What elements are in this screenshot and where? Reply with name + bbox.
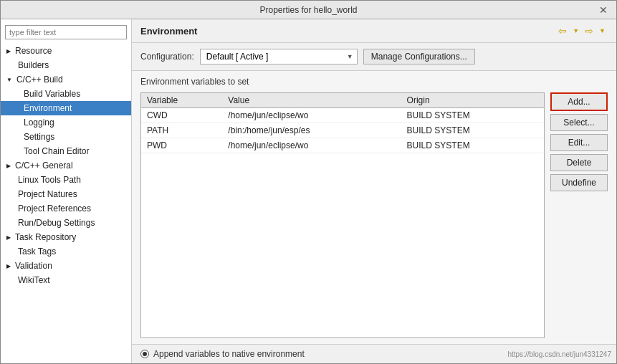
sidebar-item-label: Logging — [24, 118, 54, 128]
sidebar-item-label: Settings — [24, 132, 54, 142]
sidebar-item-label: Tool Chain Editor — [24, 146, 89, 156]
main-window: Properties for hello_world ✕ ▶ResourceBu… — [0, 0, 617, 364]
env-section: Environment variables to set VariableVal… — [132, 71, 616, 344]
cell-variable: PWD — [141, 138, 222, 153]
cell-origin: BUILD SYSTEM — [401, 108, 544, 123]
table-row[interactable]: CWD/home/jun/eclipse/woBUILD SYSTEM — [141, 108, 544, 123]
sidebar-item-resource[interactable]: ▶Resource — [1, 44, 131, 58]
sidebar-item-project-references[interactable]: Project References — [1, 201, 131, 216]
manage-configurations-button[interactable]: Manage Configurations... — [363, 49, 475, 64]
sidebar-item-tool-chain-editor[interactable]: Tool Chain Editor — [1, 144, 131, 158]
sidebar: ▶ResourceBuilders▼C/C++ BuildBuild Varia… — [1, 19, 132, 363]
footer-row: Append variables to native environment — [132, 344, 616, 363]
sidebar-item-label: Project References — [18, 203, 91, 214]
env-table: VariableValueOrigin CWD/home/jun/eclipse… — [141, 93, 544, 153]
edit-button[interactable]: Edit... — [550, 134, 608, 151]
sidebar-item-label: Build Variables — [24, 89, 80, 99]
table-row[interactable]: PATH/bin:/home/jun/esp/esBUILD SYSTEM — [141, 123, 544, 138]
cell-origin: BUILD SYSTEM — [401, 123, 544, 138]
sidebar-item-environment[interactable]: Environment — [1, 101, 131, 115]
radio-button[interactable] — [140, 350, 149, 358]
sidebar-item-label: Task Tags — [18, 246, 56, 257]
cell-value: /home/jun/eclipse/wo — [222, 138, 401, 153]
nav-forward-dropdown[interactable]: ▼ — [597, 26, 608, 36]
delete-button[interactable]: Delete — [550, 154, 608, 171]
cell-value: /home/jun/eclipse/wo — [222, 108, 401, 123]
arrow-icon: ▼ — [6, 77, 12, 83]
config-select[interactable]: Default [ Active ] — [200, 49, 358, 64]
sidebar-item-cpp-build[interactable]: ▼C/C++ Build — [1, 72, 131, 87]
sidebar-item-cpp-general[interactable]: ▶C/C++ General — [1, 158, 131, 173]
cell-variable: CWD — [141, 108, 222, 123]
col-header-value: Value — [222, 93, 401, 108]
sidebar-item-builders[interactable]: Builders — [1, 58, 131, 72]
panel-title: Environment — [140, 26, 197, 37]
config-select-wrap: Default [ Active ] — [200, 49, 358, 64]
nav-back-button[interactable]: ⇦ — [556, 24, 569, 38]
sidebar-item-label: Environment — [24, 103, 72, 113]
select-button[interactable]: Select... — [550, 114, 608, 131]
env-section-title: Environment variables to set — [140, 77, 608, 87]
title-bar: Properties for hello_world ✕ — [1, 1, 616, 19]
cell-origin: BUILD SYSTEM — [401, 138, 544, 153]
config-label: Configuration: — [140, 52, 194, 62]
sidebar-item-task-repository[interactable]: ▶Task Repository — [1, 230, 131, 244]
sidebar-item-wikitext[interactable]: WikiText — [1, 273, 131, 287]
undefine-button[interactable]: Undefine — [550, 174, 608, 191]
table-row[interactable]: PWD/home/jun/eclipse/woBUILD SYSTEM — [141, 138, 544, 153]
content-area: ▶ResourceBuilders▼C/C++ BuildBuild Varia… — [1, 19, 616, 363]
cell-variable: PATH — [141, 123, 222, 138]
action-buttons: Add... Select... Edit... Delete Undefine — [550, 92, 608, 338]
env-table-area: VariableValueOrigin CWD/home/jun/eclipse… — [140, 92, 608, 338]
radio-dot — [143, 352, 147, 356]
sidebar-item-task-tags[interactable]: Task Tags — [1, 244, 131, 259]
nav-back-dropdown[interactable]: ▼ — [570, 26, 581, 36]
col-header-variable: Variable — [141, 93, 222, 108]
arrow-icon: ▶ — [6, 234, 11, 241]
main-header: Environment ⇦ ▼ ⇨ ▼ — [132, 19, 616, 43]
window-title: Properties for hello_world — [21, 5, 596, 15]
sidebar-item-label: Run/Debug Settings — [18, 218, 95, 228]
cell-value: /bin:/home/jun/esp/es — [222, 123, 401, 138]
sidebar-item-label: Task Repository — [15, 232, 76, 242]
arrow-icon: ▶ — [6, 48, 11, 54]
arrow-icon: ▶ — [6, 263, 11, 269]
sidebar-item-label: C/C++ General — [15, 161, 73, 171]
sidebar-item-label: Validation — [15, 261, 52, 271]
filter-input[interactable] — [5, 25, 127, 39]
add-button[interactable]: Add... — [550, 92, 608, 111]
main-panel: Environment ⇦ ▼ ⇨ ▼ Configuration: Defau… — [132, 19, 616, 363]
sidebar-item-label: C/C++ Build — [16, 75, 63, 85]
sidebar-item-run-debug-settings[interactable]: Run/Debug Settings — [1, 216, 131, 230]
sidebar-item-label: WikiText — [18, 275, 50, 285]
arrow-icon: ▶ — [6, 163, 11, 169]
sidebar-item-settings[interactable]: Settings — [1, 130, 131, 144]
sidebar-item-label: Resource — [15, 46, 52, 56]
sidebar-item-validation[interactable]: ▶Validation — [1, 259, 131, 273]
col-header-origin: Origin — [401, 93, 544, 108]
header-icons: ⇦ ▼ ⇨ ▼ — [556, 24, 608, 38]
close-button[interactable]: ✕ — [596, 4, 611, 16]
sidebar-item-label: Linux Tools Path — [18, 175, 81, 185]
footer-label: Append variables to native environment — [153, 349, 305, 359]
sidebar-item-build-variables[interactable]: Build Variables — [1, 87, 131, 101]
sidebar-item-linux-tools-path[interactable]: Linux Tools Path — [1, 173, 131, 187]
sidebar-item-label: Builders — [18, 60, 49, 70]
sidebar-item-logging[interactable]: Logging — [1, 115, 131, 130]
sidebar-item-label: Project Natures — [18, 189, 77, 199]
nav-forward-button[interactable]: ⇨ — [583, 24, 596, 38]
env-table-wrap: VariableValueOrigin CWD/home/jun/eclipse… — [140, 92, 545, 338]
sidebar-item-project-natures[interactable]: Project Natures — [1, 187, 131, 201]
config-row: Configuration: Default [ Active ] Manage… — [132, 43, 616, 71]
